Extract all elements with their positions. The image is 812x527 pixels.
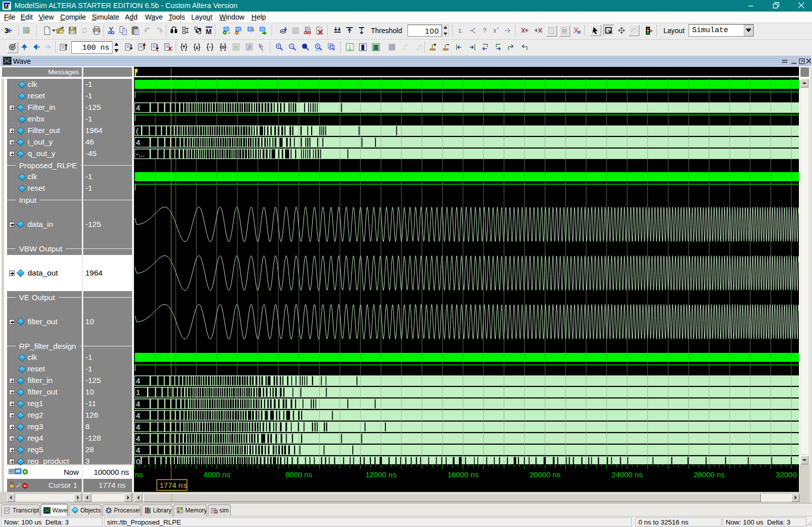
svg-text:1774 n: 1774 n: [160, 481, 183, 489]
svg-text:s: s: [183, 481, 187, 489]
svg-text:8000 ns: 8000 ns: [286, 470, 312, 479]
svg-text:M: M: [4, 4, 9, 10]
svg-text:x: x: [493, 27, 496, 34]
svg-text:ns: ns: [135, 470, 143, 479]
svg-text:1.: 1.: [458, 28, 463, 34]
svg-text:4: 4: [136, 103, 140, 112]
svg-text:4: 4: [136, 411, 140, 420]
svg-text:28000 ns: 28000 ns: [694, 470, 725, 479]
svg-text:(: (: [136, 126, 139, 135]
svg-text:?: ?: [483, 27, 486, 34]
svg-text:24000 ns: 24000 ns: [612, 470, 643, 479]
svg-text:1: 1: [136, 388, 140, 397]
svg-text:20000 ns: 20000 ns: [529, 470, 561, 479]
svg-text:4: 4: [136, 423, 140, 431]
svg-text:M: M: [206, 28, 212, 35]
svg-text:4: 4: [136, 446, 140, 454]
svg-text:-...: -...: [136, 150, 145, 158]
svg-text:4: 4: [136, 400, 140, 408]
svg-text:12000 ns: 12000 ns: [365, 470, 396, 479]
svg-text:16000 ns: 16000 ns: [448, 470, 479, 479]
svg-text:4: 4: [136, 376, 140, 385]
svg-text:4: 4: [136, 138, 140, 147]
svg-text:4: 4: [136, 434, 140, 443]
svg-text:4000 ns: 4000 ns: [203, 470, 230, 479]
